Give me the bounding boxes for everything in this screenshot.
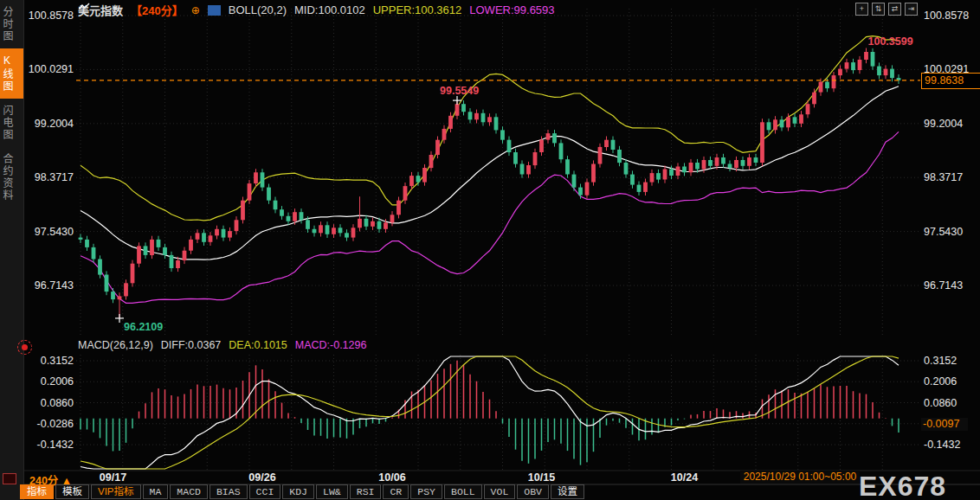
price-tick-left: 98.3717 (24, 171, 74, 183)
macd-name: MACD(26,12,9) (78, 339, 153, 351)
macd-dea-value: DEA:0.1015 (229, 339, 287, 351)
price-tick-left: 96.7143 (24, 279, 74, 292)
chart-canvas[interactable] (0, 0, 980, 500)
sidebar-item-K线图[interactable]: K线图 (0, 48, 23, 99)
macd-tick-right: 0.2006 (924, 375, 957, 388)
crosshair-icon[interactable]: + (855, 3, 868, 16)
period-badge[interactable]: 【240分】 (131, 2, 184, 18)
toolbar-item-BIAS[interactable]: BIAS (210, 484, 248, 499)
sidebar-item-分时图[interactable]: 分时图 (0, 0, 23, 48)
candlesticks-layer (79, 48, 901, 318)
toolbar-item-指标[interactable]: 指标 (20, 484, 54, 499)
price-tick-left: 97.5430 (24, 226, 74, 238)
price-tick-left: 99.2004 (24, 118, 74, 130)
sidebar-item-闪电图[interactable]: 闪电图 (0, 99, 23, 147)
macd-current-label: -0.0097 (921, 418, 968, 431)
low-annotation: 96.2109 (124, 321, 163, 333)
watermark: EX678 (859, 471, 946, 500)
mini-chart-icon[interactable] (208, 5, 221, 16)
price-tick-left: 100.0291 (24, 63, 74, 75)
macd-tick-left: 0.2006 (24, 375, 74, 388)
alert-icon[interactable] (17, 340, 32, 355)
toolbar-item-VOL[interactable]: VOL (484, 484, 516, 499)
toolbar-item-OBV[interactable]: OBV (517, 484, 549, 499)
macd-tick-left: -0.1432 (24, 439, 74, 451)
current-price-label: 99.8638 (921, 73, 980, 89)
price-tick-right: 98.3717 (924, 171, 963, 183)
pan-right-icon[interactable]: ⇥ (905, 3, 918, 16)
toolbar-item-CCI[interactable]: CCI (249, 484, 281, 499)
macd-tick-left: 0.0860 (24, 397, 74, 409)
toolbar-item-BOLL[interactable]: BOLL (444, 484, 482, 499)
date-label-09/26: 09/26 (248, 471, 275, 484)
sidebar: 分时图K线图闪电图合约资料 (0, 0, 24, 500)
toolbar-item-LW&[interactable]: LW& (316, 484, 348, 499)
collapse-icon[interactable]: ⊕ (191, 4, 200, 16)
chart-header: 美元指数 【240分】 ⊕ BOLL(20,2) MID:100.0102 UP… (78, 2, 555, 18)
cross-marker (115, 314, 124, 323)
chart-tools: +⇅⇄⇥ (855, 3, 918, 16)
toolbar-item-CR[interactable]: CR (383, 484, 409, 499)
boll-upper-value: UPPER:100.3612 (373, 3, 462, 16)
boll-mid-value: MID:100.0102 (294, 3, 365, 16)
date-label-10/24: 10/24 (671, 471, 698, 484)
macd-diff-value: DIFF:0.0367 (161, 339, 221, 351)
boll-lower-value: LOWER:99.6593 (469, 3, 554, 16)
toolbar-item-PSY[interactable]: PSY (410, 484, 442, 499)
toolbar-item-设置[interactable]: 设置 (551, 484, 584, 499)
macd-tick-right: 0.0860 (924, 397, 957, 409)
date-label-09/17: 09/17 (100, 471, 126, 484)
trading-app-window: 分时图K线图闪电图合约资料 美元指数 【240分】 ⊕ BOLL(20,2) M… (0, 0, 980, 500)
corner-marker (3, 473, 16, 484)
x-axis-scale-icon[interactable]: ⇄ (888, 3, 901, 16)
toolbar-item-RSI[interactable]: RSI (350, 484, 382, 499)
toolbar-item-MACD[interactable]: MACD (170, 484, 208, 499)
price-tick-right: 99.2004 (924, 118, 963, 130)
macd-tick-right: 0.3152 (924, 355, 957, 367)
price-tick-right: 100.8578 (924, 10, 969, 22)
boll-label: BOLL(20,2) (229, 3, 287, 16)
macd-macd-value: MACD:-0.1296 (295, 339, 367, 351)
swing-high-annotation: 99.5549 (440, 85, 479, 97)
macd-header: MACD(26,12,9) DIFF:0.0367 DEA:0.1015 MAC… (78, 339, 366, 351)
macd-tick-left: 0.3152 (24, 355, 74, 367)
sidebar-item-合约资料[interactable]: 合约资料 (0, 147, 23, 208)
boll-lower-line (81, 131, 899, 303)
y-axis-scale-icon[interactable]: ⇅ (872, 3, 885, 16)
price-tick-right: 96.7143 (924, 279, 963, 292)
price-tick-right: 97.5430 (924, 226, 963, 238)
price-tick-left: 100.8578 (24, 10, 74, 22)
macd-tick-right: -0.1432 (924, 439, 960, 451)
toolbar-item-VIP指标[interactable]: VIP指标 (91, 484, 141, 499)
date-label-10/15: 10/15 (528, 471, 555, 484)
timestamp-label: 2025/10/29 01:00~05:00 (740, 471, 860, 484)
high-annotation: 100.3599 (868, 35, 913, 48)
date-label-10/06: 10/06 (378, 471, 405, 484)
indicator-toolbar: 指标模板VIP指标MAMACDBIASCCIKDJLW&RSICRPSYBOLL… (20, 484, 584, 499)
toolbar-item-模板[interactable]: 模板 (55, 484, 89, 499)
macd-tick-left: -0.0286 (24, 418, 74, 430)
toolbar-item-KDJ[interactable]: KDJ (282, 484, 314, 499)
toolbar-item-MA[interactable]: MA (143, 484, 169, 499)
